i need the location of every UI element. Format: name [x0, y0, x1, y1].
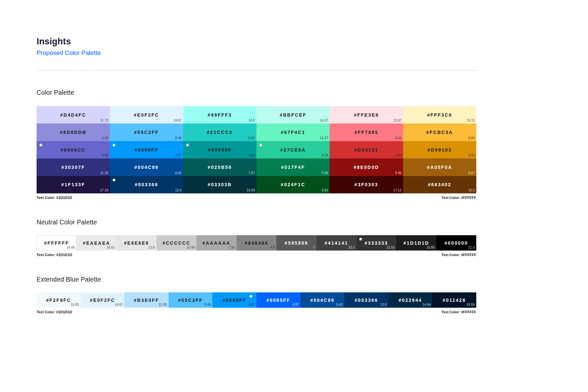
swatch-hex-label: #003366: [354, 298, 378, 303]
color-swatch: #1D1D1D16.85: [396, 235, 436, 251]
color-swatch: #004C998.42: [301, 292, 345, 308]
swatch-contrast-ratio: 4.5: [270, 246, 275, 249]
swatch-hex-label: #004C99: [134, 165, 158, 170]
swatch-hex-label: #022944: [399, 298, 422, 303]
swatch-contrast-ratio: 5.61: [249, 303, 255, 306]
color-swatch: #01142818.55: [432, 292, 476, 308]
swatch-hex-label: #0099FF: [222, 298, 247, 303]
swatch-contrast-ratio: 4.83: [249, 154, 255, 157]
swatch-contrast-ratio: 8.42: [336, 303, 343, 306]
color-swatch: #0099994.83: [183, 141, 256, 158]
swatch-hex-label: #FFE3E8: [354, 112, 379, 118]
swatch-contrast-ratio: 21.0: [468, 246, 475, 249]
color-swatch: #FFE3E813.97: [330, 106, 403, 123]
swatch-contrast-ratio: 14.01: [107, 246, 115, 249]
color-swatch: #F2F9FC15.83: [37, 292, 81, 308]
page-subtitle: Proposed Color Palette: [37, 49, 476, 57]
swatch-hex-label: #8E0D0D: [353, 165, 379, 170]
swatch-hex-label: #E0F2FC: [90, 298, 115, 303]
swatch-hex-label: #009999: [208, 147, 232, 153]
swatch-contrast-ratio: 14.67: [320, 119, 328, 122]
color-swatch: #025B567.97: [183, 158, 256, 176]
swatch-contrast-ratio: 9.82: [322, 188, 328, 192]
swatch-contrast-ratio: 4.93: [395, 154, 401, 157]
swatch-contrast-ratio: 4.84: [102, 154, 108, 157]
swatch-hex-label: #414141: [325, 240, 348, 246]
color-swatch: #CCCCCC10.49: [156, 235, 196, 251]
section-neutral-palette: Neutral Color Palette #FFFFFF16.85#EAEAE…: [37, 219, 476, 257]
color-swatch: #EAEAEA14.01: [76, 235, 116, 251]
selected-color-dot: [359, 238, 362, 240]
swatch-contrast-ratio: 10.2: [468, 188, 475, 192]
swatch-contrast-ratio: 11.32: [100, 171, 108, 175]
color-swatch: #AAAAAA7.25: [196, 235, 236, 251]
swatch-contrast-ratio: 8.46: [175, 136, 181, 140]
color-swatch: #FF78856.64: [330, 123, 403, 141]
swatch-hex-label: #848484: [245, 240, 268, 246]
extended-blue-palette-grid: #F2F9FC15.83#E0F2FC14.67#B3E0FF12.05#55C…: [37, 292, 476, 308]
insights-page: Insights Proposed Color Palette Color Pa…: [37, 0, 476, 314]
section-color-palette: Color Palette #D4D4FC11.73#E0F2FC14.67#9…: [37, 89, 476, 200]
swatch-contrast-ratio: 17.16: [100, 188, 108, 192]
color-swatch: #E6E6E613.5: [117, 235, 156, 251]
color-swatch: #8D8DDB5.59: [37, 123, 110, 141]
section-extended-blue-palette: Extended Blue Palette #F2F9FC15.83#E0F2F…: [37, 276, 476, 314]
color-swatch: #0099FF4.87: [110, 141, 183, 158]
selected-color-dot: [40, 144, 42, 146]
swatch-contrast-ratio: 5.07: [468, 171, 475, 175]
color-swatch: #55C2FF8.46: [110, 123, 183, 141]
swatch-hex-label: #99FFF3: [208, 112, 232, 118]
text-color-caption-light: Text Color: #FFFFFF: [441, 253, 476, 257]
swatch-hex-label: #AAAAAA: [203, 240, 231, 246]
color-swatch: #FFF3C015.11: [403, 106, 476, 123]
color-swatch: #024F1C9.82: [256, 176, 330, 193]
color-swatch: #55C2FF8.46: [169, 292, 213, 308]
selected-color-dot: [250, 295, 252, 298]
swatch-contrast-ratio: 16.85: [67, 246, 75, 249]
color-swatch: #D891036.39: [403, 141, 476, 158]
color-swatch: #017F4F5.06: [256, 158, 330, 176]
swatch-hex-label: #595959: [285, 240, 308, 246]
swatch-hex-label: #D33131: [354, 147, 378, 153]
swatch-contrast-ratio: 17.13: [393, 188, 401, 192]
page-title: Insights: [37, 37, 476, 47]
color-swatch: #E0F2FC14.67: [110, 106, 183, 123]
color-swatch: #1F133F17.16: [37, 176, 110, 193]
color-swatch: #99FFF314.5: [183, 106, 256, 123]
color-swatch: #A05F0A5.07: [403, 158, 476, 176]
swatch-hex-label: #F2F9FC: [46, 298, 71, 303]
neutral-palette-section-title: Neutral Color Palette: [37, 219, 476, 226]
swatch-contrast-ratio: 7.25: [228, 246, 235, 249]
swatch-hex-label: #A05F0A: [427, 165, 452, 170]
color-swatch: #FCBC3A9.94: [403, 123, 476, 141]
color-swatch: #D4D4FC11.73: [37, 106, 110, 123]
swatch-contrast-ratio: 8.33: [322, 154, 328, 157]
swatch-hex-label: #333333: [365, 240, 388, 246]
swatch-hex-label: #EAEAEA: [83, 240, 110, 246]
swatch-contrast-ratio: 6.39: [468, 154, 475, 157]
color-swatch: #0099FF5.61: [212, 292, 256, 308]
swatch-contrast-ratio: 8.42: [249, 136, 255, 140]
color-swatch: #8E0D0D9.48: [330, 158, 403, 176]
swatch-contrast-ratio: 14.67: [173, 119, 182, 122]
swatch-contrast-ratio: 10.49: [187, 246, 195, 249]
swatch-hex-label: #CCCCCC: [162, 240, 190, 246]
swatch-hex-label: #025B56: [208, 165, 232, 170]
swatch-contrast-ratio: 5.06: [322, 171, 328, 175]
text-color-caption-dark: Text Color: #1D1D1D: [37, 196, 72, 200]
text-color-caption-light: Text Color: #FFFFFF: [441, 310, 476, 314]
swatch-hex-label: #6666CC: [61, 147, 86, 153]
swatch-contrast-ratio: 14.5: [249, 119, 255, 122]
neutral-palette-grid: #FFFFFF16.85#EAEAEA14.01#E6E6E613.5#CCCC…: [37, 235, 476, 251]
swatch-hex-label: #03303B: [208, 182, 232, 187]
swatch-contrast-ratio: 9.94: [468, 136, 475, 140]
color-swatch: #41414110.2: [317, 235, 356, 251]
text-color-caption-dark: Text Color: #1D1D1D: [37, 253, 72, 257]
extended-blue-palette-captions: Text Color: #1D1D1D Text Color: #FFFFFF: [37, 310, 476, 314]
swatch-hex-label: #017F4F: [281, 165, 305, 170]
swatch-contrast-ratio: 4.87: [175, 154, 181, 157]
swatch-contrast-ratio: 12.27: [320, 136, 328, 140]
neutral-palette-captions: Text Color: #1D1D1D Text Color: #FFFFFF: [37, 253, 476, 257]
selected-color-dot: [113, 144, 115, 146]
color-palette-section-title: Color Palette: [37, 89, 476, 96]
